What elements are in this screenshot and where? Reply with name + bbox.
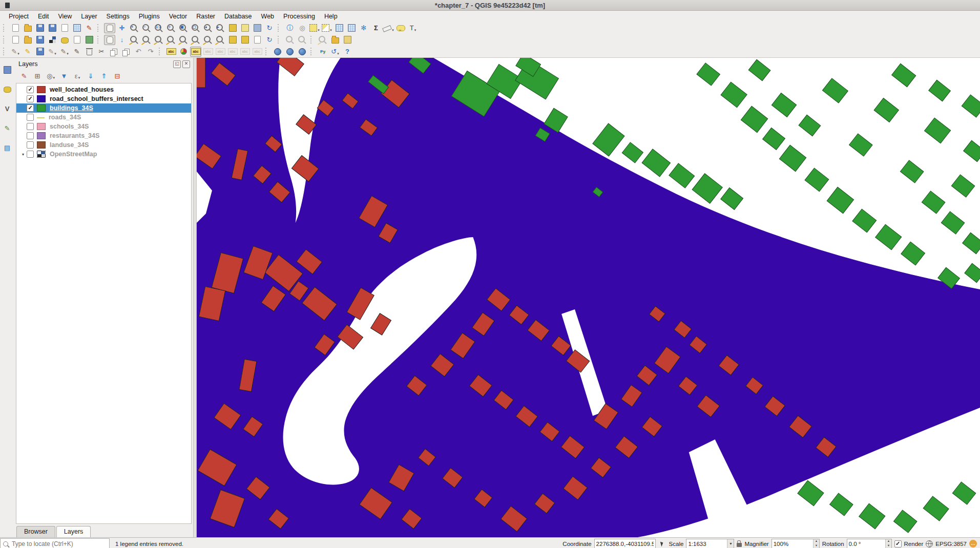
remove-layer-icon[interactable]: ⊟	[111, 71, 123, 81]
cut-features-icon[interactable]: ✂	[96, 47, 107, 57]
tab-layers[interactable]: Layers	[56, 526, 91, 537]
metasearch-icon[interactable]	[297, 47, 308, 57]
save-project-icon[interactable]	[34, 23, 46, 33]
locate-box[interactable]	[0, 538, 110, 548]
layer-checkbox[interactable]	[27, 132, 34, 139]
pan-to-selection-icon[interactable]: ✚	[116, 23, 128, 33]
browser-panel-icon[interactable]	[1, 83, 13, 95]
new-bookmark-icon[interactable]	[227, 23, 238, 33]
load-style-icon[interactable]	[239, 35, 251, 45]
magnifier-spinner[interactable]: ▲▼	[813, 539, 819, 548]
vertex-tool-icon[interactable]: ✎▾	[59, 47, 70, 57]
save-project-as-icon[interactable]	[47, 23, 58, 33]
measure-line-icon[interactable]: ▾	[383, 23, 394, 33]
select-features-icon[interactable]: ▾	[309, 23, 320, 33]
layer-checkbox[interactable]	[27, 95, 34, 102]
snapping-options-icon[interactable]	[190, 35, 201, 45]
python-console-icon[interactable]: Py	[317, 47, 328, 57]
zoom-last-icon[interactable]: ◂	[202, 23, 214, 33]
zoom-full-icon[interactable]: ⊹	[165, 23, 177, 33]
show-bookmarks-icon[interactable]	[239, 23, 251, 33]
digitize-with-curve-icon[interactable]: ✎▾	[47, 47, 58, 57]
layer-item-buildings_34S[interactable]: buildings_34S	[16, 103, 191, 113]
show-hide-labels-icon[interactable]: abc	[215, 47, 226, 57]
layer-diagram-icon[interactable]	[178, 47, 189, 57]
filter-by-expression-icon[interactable]: ε▾	[71, 71, 84, 81]
save-layer-edits-icon[interactable]	[34, 47, 46, 57]
select-by-radius-icon[interactable]	[153, 35, 164, 45]
open-layer-styling-icon[interactable]: ✎	[18, 71, 30, 81]
layer-checkbox[interactable]	[27, 141, 34, 149]
crs-globe-icon[interactable]	[926, 540, 933, 547]
show-layout-manager-icon[interactable]	[71, 23, 82, 33]
add-raster-layer-icon[interactable]	[34, 35, 46, 45]
processing-panel-icon[interactable]: ▤	[1, 142, 13, 153]
flash-feature-icon[interactable]	[178, 35, 189, 45]
reload-layer-icon[interactable]: ↻	[264, 35, 275, 45]
collapse-all-icon[interactable]: ⇑	[98, 71, 110, 81]
layer-styling-panel-icon[interactable]	[1, 64, 13, 75]
extents-toggle-icon[interactable]	[659, 539, 666, 548]
zoom-native-icon[interactable]: 1:1	[153, 23, 164, 33]
new-project-icon[interactable]	[10, 23, 21, 33]
scale-dropdown-icon[interactable]: ▼	[727, 539, 734, 548]
trace-digitizing-icon[interactable]	[202, 35, 214, 45]
zoom-in-icon[interactable]: +	[129, 23, 140, 33]
identify-features-icon[interactable]: ⓘ	[284, 23, 296, 33]
show-notes-icon[interactable]	[342, 35, 353, 45]
layer-item-restaurants_34S[interactable]: restaurants_34S	[16, 131, 191, 140]
panel-float-button[interactable]: ◱	[173, 60, 181, 68]
manage-map-themes-icon[interactable]: ◎▾	[45, 71, 57, 81]
coordinate-input[interactable]	[595, 541, 655, 547]
lock-scale-icon[interactable]	[737, 543, 742, 547]
menu-vector[interactable]: Vector	[164, 11, 192, 22]
render-checkbox[interactable]: ✓	[894, 540, 902, 547]
identify-raster-icon[interactable]	[297, 35, 308, 45]
menu-plugins[interactable]: Plugins	[134, 11, 164, 22]
statistical-summary-icon[interactable]: Σ	[370, 23, 382, 33]
style-manager-icon[interactable]: ✎	[84, 23, 95, 33]
layer-item-road_school_buffers_intersect[interactable]: road_school_buffers_intersect	[16, 94, 191, 103]
zoom-to-layer-icon[interactable]: ▢	[190, 23, 201, 33]
layer-labeling-icon[interactable]: abc	[165, 47, 177, 57]
select-cursor-icon[interactable]	[317, 35, 328, 45]
magnifier-input[interactable]	[772, 541, 813, 547]
text-annotation-icon[interactable]: T▾	[407, 23, 419, 33]
zoom-next-icon[interactable]: ▸	[215, 23, 226, 33]
layer-item-roads_34S[interactable]: roads_34S	[16, 113, 191, 122]
metasearch-services-icon[interactable]	[284, 47, 296, 57]
messages-icon[interactable]: …	[969, 540, 977, 547]
layer-checkbox[interactable]	[27, 151, 34, 158]
layer-item-landuse_34S[interactable]: landuse_34S	[16, 140, 191, 150]
vertex-editor-panel-icon[interactable]: V	[1, 103, 13, 114]
copy-features-icon[interactable]	[108, 47, 119, 57]
paste-features-icon[interactable]	[120, 47, 132, 57]
zoom-actual-icon[interactable]	[284, 35, 296, 45]
layer-item-well_located_houses[interactable]: well_located_houses	[16, 85, 191, 94]
menu-processing[interactable]: Processing	[279, 11, 320, 22]
metasearch-csw-icon[interactable]	[272, 47, 283, 57]
menu-project[interactable]: Project	[4, 11, 33, 22]
label-options-icon[interactable]: abc	[190, 47, 201, 57]
change-label-icon[interactable]: abc	[252, 47, 263, 57]
menu-edit[interactable]: Edit	[33, 11, 54, 22]
deselect-features-icon[interactable]: ▾	[321, 23, 332, 33]
layer-checkbox[interactable]	[27, 123, 34, 130]
move-label-icon[interactable]: abc	[227, 47, 238, 57]
add-table-icon[interactable]	[84, 35, 95, 45]
menu-web[interactable]: Web	[257, 11, 279, 22]
plugin-help-icon[interactable]: ↺▾	[329, 47, 341, 57]
data-source-manager-icon[interactable]	[10, 35, 21, 45]
open-attribute-table-icon[interactable]	[333, 23, 345, 33]
advanced-digitizing-panel-icon[interactable]: ✎	[1, 122, 13, 134]
map-canvas[interactable]	[197, 58, 980, 537]
whats-this-icon[interactable]: ?	[342, 47, 353, 57]
zoom-to-selection-icon[interactable]: ▣	[178, 23, 189, 33]
filter-legend-icon[interactable]: ▼	[58, 71, 70, 81]
menu-database[interactable]: Database	[220, 11, 257, 22]
layer-checkbox[interactable]	[27, 114, 34, 121]
rotation-input[interactable]	[847, 541, 886, 547]
new-map-view-icon[interactable]	[252, 23, 263, 33]
save-style-icon[interactable]	[227, 35, 238, 45]
pan-map-icon[interactable]	[104, 23, 115, 33]
